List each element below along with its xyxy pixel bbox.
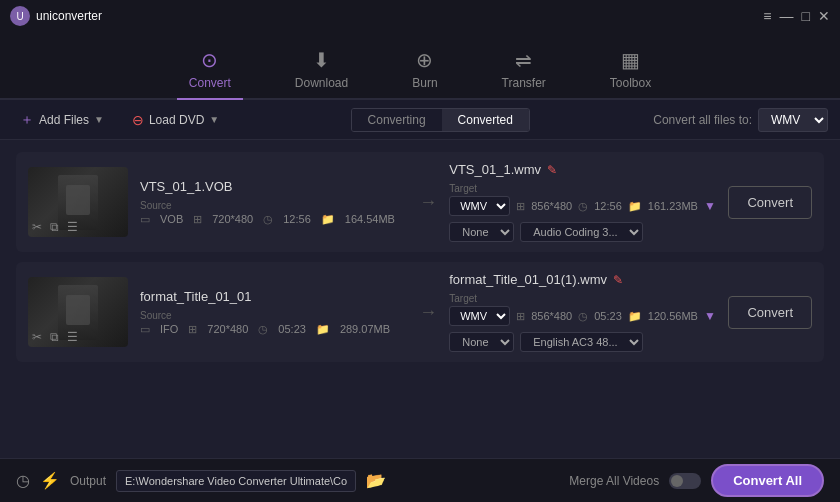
scissors-icon-2[interactable]: ✂ <box>32 330 42 344</box>
audio-option-2a[interactable]: None <box>449 332 514 352</box>
tab-burn-label: Burn <box>412 76 437 90</box>
lightning-icon[interactable]: ⚡ <box>40 471 60 490</box>
file-thumb-1: ✂ ⧉ ☰ <box>28 167 128 237</box>
edit-icon-2[interactable]: ✎ <box>613 273 623 287</box>
edit-icon-1[interactable]: ✎ <box>547 163 557 177</box>
target-meta-1: WMV ⊞ 856*480 ◷ 12:56 📁 161.23MB ▼ <box>449 196 716 216</box>
target-duration-1: 12:56 <box>594 200 622 212</box>
source-meta-2: ▭ IFO ⊞ 720*480 ◷ 05:23 📁 289.07MB <box>140 323 407 336</box>
merge-toggle[interactable] <box>669 473 701 489</box>
target-resolution-2: 856*480 <box>531 310 572 322</box>
source-filename-1: VTS_01_1.VOB <box>140 179 407 194</box>
convert-tabs: Converting Converted <box>351 108 530 132</box>
source-resolution-1: 720*480 <box>212 213 253 225</box>
maximize-icon[interactable]: □ <box>802 8 810 24</box>
convert-all-button[interactable]: Convert All <box>711 464 824 497</box>
source-info-1: VTS_01_1.VOB Source ▭ VOB ⊞ 720*480 ◷ 12… <box>140 179 407 226</box>
settings-icon-1[interactable]: ☰ <box>67 220 78 234</box>
convert-button-2[interactable]: Convert <box>728 296 812 329</box>
tab-toolbox[interactable]: ▦ Toolbox <box>598 40 663 100</box>
plus-icon: ＋ <box>20 111 34 129</box>
scissors-icon-1[interactable]: ✂ <box>32 220 42 234</box>
dvd-icon: ⊖ <box>132 112 144 128</box>
t-clock-icon-1: ◷ <box>578 200 588 213</box>
menu-icon[interactable]: ≡ <box>763 8 771 24</box>
target-size-1: 161.23MB <box>648 200 698 212</box>
format-select[interactable]: WMV MP4 AVI MOV <box>758 108 828 132</box>
app-title: uniconverter <box>36 9 102 23</box>
thumb-controls-2: ✂ ⧉ ☰ <box>32 330 78 344</box>
toggle-knob <box>671 475 683 487</box>
title-bar: U uniconverter ≡ — □ ✕ <box>0 0 840 32</box>
file-item-1: ✂ ⧉ ☰ VTS_01_1.VOB Source ▭ VOB ⊞ 720*48… <box>16 152 824 252</box>
target-filename-2: format_Title_01_01(1).wmv ✎ <box>449 272 716 287</box>
app-logo: U uniconverter <box>10 6 102 26</box>
source-filename-2: format_Title_01_01 <box>140 289 407 304</box>
file-item-2: ✂ ⧉ ☰ format_Title_01_01 Source ▭ IFO ⊞ … <box>16 262 824 362</box>
tab-transfer-label: Transfer <box>502 76 546 90</box>
t-resolution-icon-1: ⊞ <box>516 200 525 213</box>
source-info-2: format_Title_01_01 Source ▭ IFO ⊞ 720*48… <box>140 289 407 336</box>
size-icon-2: 📁 <box>316 323 330 336</box>
convert-icon: ⊙ <box>201 48 218 72</box>
add-files-label: Add Files <box>39 113 89 127</box>
audio-option-2b[interactable]: English AC3 48... <box>520 332 643 352</box>
close-icon[interactable]: ✕ <box>818 8 830 24</box>
output-label: Output <box>70 474 106 488</box>
resolution-icon-2: ⊞ <box>188 323 197 336</box>
burn-icon: ⊕ <box>416 48 433 72</box>
target-meta-2: WMV ⊞ 856*480 ◷ 05:23 📁 120.56MB ▼ <box>449 306 716 326</box>
t-size-icon-1: 📁 <box>628 200 642 213</box>
folder-button[interactable]: 📂 <box>366 471 386 490</box>
bottom-bar: ◷ ⚡ Output 📂 Merge All Videos Convert Al… <box>0 458 840 502</box>
arrow-2: → <box>419 302 437 323</box>
t-resolution-icon-2: ⊞ <box>516 310 525 323</box>
output-path-input[interactable] <box>116 470 356 492</box>
clock-icon-2: ◷ <box>258 323 268 336</box>
tab-download[interactable]: ⬇ Download <box>283 40 360 100</box>
target-size-2: 120.56MB <box>648 310 698 322</box>
source-format-1: VOB <box>160 213 183 225</box>
tab-converted[interactable]: Converted <box>442 109 529 131</box>
tab-convert[interactable]: ⊙ Convert <box>177 40 243 100</box>
target-format-select-2[interactable]: WMV <box>449 306 510 326</box>
load-dvd-label: Load DVD <box>149 113 204 127</box>
load-dvd-button[interactable]: ⊖ Load DVD ▼ <box>124 108 227 132</box>
target-format-select-1[interactable]: WMV <box>449 196 510 216</box>
target-resolution-1: 856*480 <box>531 200 572 212</box>
settings-icon-2[interactable]: ☰ <box>67 330 78 344</box>
window-controls[interactable]: ≡ — □ ✕ <box>763 8 830 24</box>
size-icon-1: 📁 <box>321 213 335 226</box>
logo-icon: U <box>10 6 30 26</box>
target-options-1: None Audio Coding 3... <box>449 222 716 242</box>
t-clock-icon-2: ◷ <box>578 310 588 323</box>
subtitles-icon-2[interactable]: ⧉ <box>50 330 59 344</box>
minimize-icon[interactable]: — <box>780 8 794 24</box>
tab-convert-label: Convert <box>189 76 231 90</box>
load-dvd-arrow[interactable]: ▼ <box>209 114 219 125</box>
audio-option-1b[interactable]: Audio Coding 3... <box>520 222 643 242</box>
source-size-1: 164.54MB <box>345 213 395 225</box>
download-icon: ⬇ <box>313 48 330 72</box>
convert-button-1[interactable]: Convert <box>728 186 812 219</box>
tab-burn[interactable]: ⊕ Burn <box>400 40 449 100</box>
source-duration-2: 05:23 <box>278 323 306 335</box>
source-format-2: IFO <box>160 323 178 335</box>
subtitles-icon-1[interactable]: ⧉ <box>50 220 59 234</box>
target-dropdown-1[interactable]: ▼ <box>704 199 716 213</box>
audio-option-1a[interactable]: None <box>449 222 514 242</box>
tab-transfer[interactable]: ⇌ Transfer <box>490 40 558 100</box>
add-files-arrow[interactable]: ▼ <box>94 114 104 125</box>
tab-toolbox-label: Toolbox <box>610 76 651 90</box>
convert-all-format: Convert all files to: WMV MP4 AVI MOV <box>653 108 828 132</box>
clock-bottom-icon[interactable]: ◷ <box>16 471 30 490</box>
target-dropdown-2[interactable]: ▼ <box>704 309 716 323</box>
tab-converting[interactable]: Converting <box>352 109 442 131</box>
arrow-1: → <box>419 192 437 213</box>
target-duration-2: 05:23 <box>594 310 622 322</box>
nav-tabs: ⊙ Convert ⬇ Download ⊕ Burn ⇌ Transfer ▦… <box>0 32 840 100</box>
format-icon-1: ▭ <box>140 213 150 226</box>
toolbox-icon: ▦ <box>621 48 640 72</box>
add-files-button[interactable]: ＋ Add Files ▼ <box>12 107 112 133</box>
source-resolution-2: 720*480 <box>207 323 248 335</box>
